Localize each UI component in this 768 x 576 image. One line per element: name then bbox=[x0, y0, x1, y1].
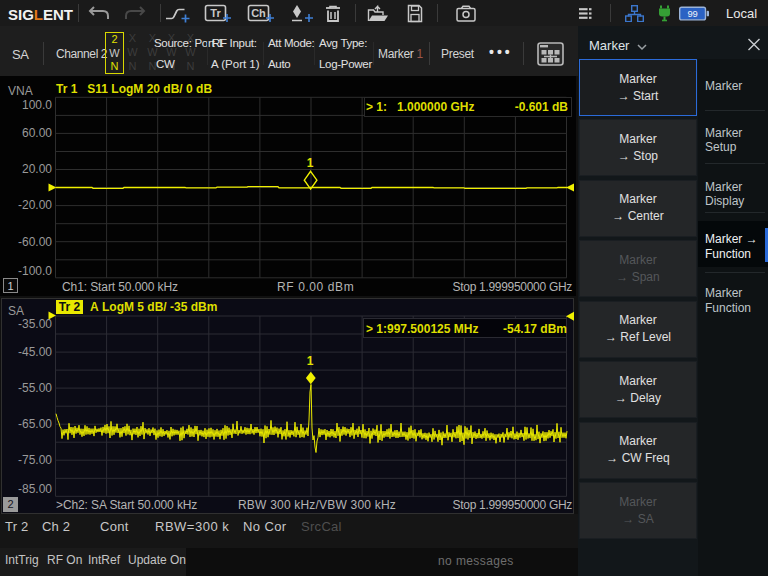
svg-text:1: 1 bbox=[307, 354, 314, 368]
svg-text:Tr: Tr bbox=[210, 7, 221, 19]
svg-text:1: 1 bbox=[307, 156, 314, 170]
svg-text:Ch: Ch bbox=[251, 7, 266, 19]
svg-text:99: 99 bbox=[687, 9, 697, 19]
